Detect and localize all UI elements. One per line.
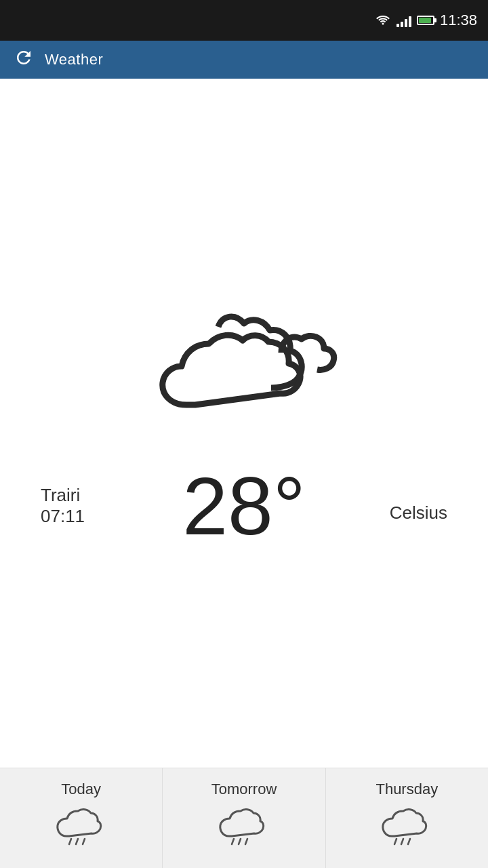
svg-line-8 — [408, 839, 410, 844]
status-icons: 11:38 — [375, 12, 477, 29]
svg-line-6 — [394, 839, 396, 844]
wifi-icon — [375, 13, 391, 28]
svg-line-3 — [232, 839, 234, 844]
forecast-today-label: Today — [61, 781, 101, 798]
forecast-tomorrow-label: Tomorrow — [211, 781, 277, 798]
app-header: Weather — [0, 41, 488, 79]
svg-line-1 — [76, 839, 78, 844]
status-bar: 11:38 — [0, 0, 488, 41]
weather-info: Trairi 07:11 28° Celsius — [0, 465, 488, 547]
temperature-display: 28° — [182, 465, 305, 547]
svg-line-7 — [401, 839, 403, 844]
svg-line-4 — [239, 839, 241, 844]
forecast-bar: Today Tomorrow Thursday — [0, 768, 488, 868]
forecast-thursday[interactable]: Thursday — [326, 768, 488, 868]
weather-icon — [149, 300, 339, 438]
forecast-tomorrow[interactable]: Tomorrow — [163, 768, 325, 868]
signal-icon — [396, 14, 411, 27]
svg-line-2 — [83, 839, 85, 844]
local-time: 07:11 — [41, 506, 85, 527]
refresh-icon[interactable] — [14, 47, 34, 73]
forecast-thursday-label: Thursday — [375, 781, 438, 798]
temperature-unit: Celsius — [306, 489, 447, 524]
forecast-today[interactable]: Today — [0, 768, 163, 868]
svg-line-0 — [69, 839, 71, 844]
battery-icon — [417, 16, 434, 25]
status-time: 11:38 — [440, 12, 477, 29]
main-content: Trairi 07:11 28° Celsius — [0, 79, 488, 768]
location-time-block: Trairi 07:11 — [41, 485, 182, 527]
location-name: Trairi — [41, 485, 80, 506]
app-title: Weather — [45, 51, 103, 68]
svg-line-5 — [245, 839, 247, 844]
